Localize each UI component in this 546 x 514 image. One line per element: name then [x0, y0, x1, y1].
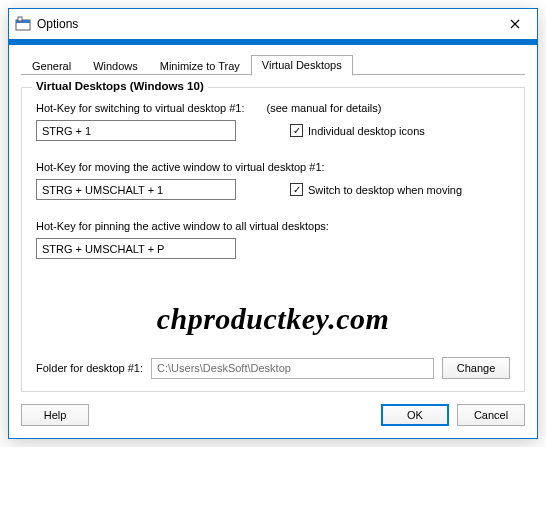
- window-title: Options: [37, 17, 492, 31]
- app-icon: [15, 16, 31, 32]
- tab-virtual-desktops[interactable]: Virtual Desktops: [251, 55, 353, 76]
- move-hotkey-label: Hot-Key for moving the active window to …: [36, 161, 325, 173]
- virtual-desktops-group: Virtual Desktops (Windows 10) Hot-Key fo…: [21, 87, 525, 392]
- switch-when-moving-checkbox[interactable]: ✓ Switch to desktop when moving: [290, 183, 462, 196]
- tab-minimize-to-tray[interactable]: Minimize to Tray: [149, 56, 251, 76]
- pin-hotkey-input[interactable]: [36, 238, 236, 259]
- tab-general[interactable]: General: [21, 56, 82, 76]
- tab-windows[interactable]: Windows: [82, 56, 149, 76]
- check-icon: ✓: [290, 183, 303, 196]
- titlebar: Options: [9, 9, 537, 39]
- switch-hotkey-input[interactable]: [36, 120, 236, 141]
- folder-path-input[interactable]: [151, 358, 434, 379]
- move-hotkey-input[interactable]: [36, 179, 236, 200]
- tab-strip: General Windows Minimize to Tray Virtual…: [21, 53, 525, 75]
- close-button[interactable]: [492, 9, 537, 39]
- svg-rect-2: [18, 17, 22, 21]
- switch-hotkey-label: Hot-Key for switching to virtual desktop…: [36, 102, 244, 114]
- dialog-buttons: Help OK Cancel: [21, 404, 525, 426]
- switch-hotkey-hint: (see manual for details): [266, 102, 381, 114]
- change-button[interactable]: Change: [442, 357, 510, 379]
- pin-hotkey-label: Hot-Key for pinning the active window to…: [36, 220, 329, 232]
- group-title: Virtual Desktops (Windows 10): [32, 80, 208, 92]
- ok-button[interactable]: OK: [381, 404, 449, 426]
- cancel-button[interactable]: Cancel: [457, 404, 525, 426]
- help-button[interactable]: Help: [21, 404, 89, 426]
- individual-icons-checkbox[interactable]: ✓ Individual desktop icons: [290, 124, 425, 137]
- individual-icons-label: Individual desktop icons: [308, 125, 425, 137]
- check-icon: ✓: [290, 124, 303, 137]
- options-window: Options General Windows Minimize to Tray…: [8, 8, 538, 439]
- switch-when-moving-label: Switch to desktop when moving: [308, 184, 462, 196]
- client-area: General Windows Minimize to Tray Virtual…: [9, 45, 537, 438]
- folder-label: Folder for desktop #1:: [36, 362, 143, 374]
